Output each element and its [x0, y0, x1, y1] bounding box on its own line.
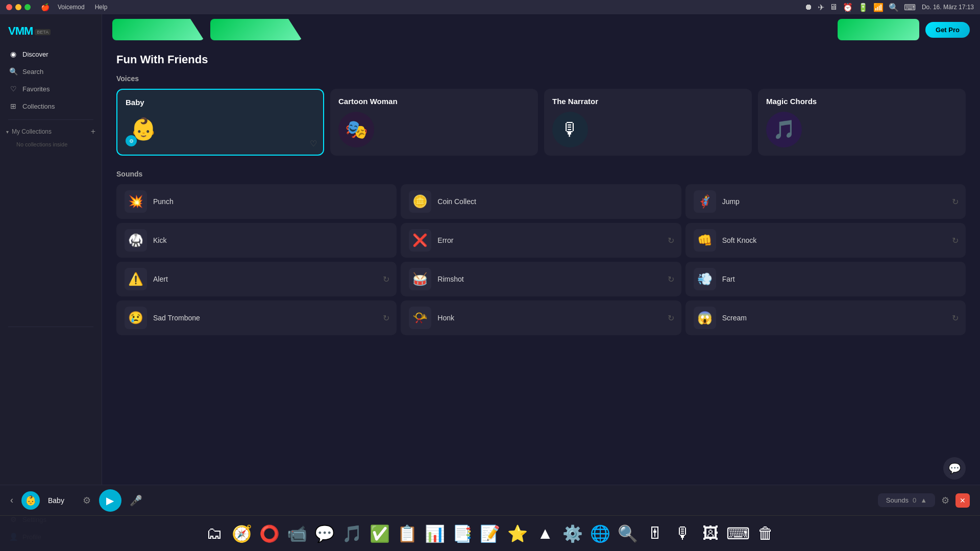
- bottom-mute-button[interactable]: 🎤: [130, 494, 142, 507]
- sounds-grid: 💥 Punch 🪙 Coin Collect 🦸 Jump ↻ 🥋 Kick ❌…: [116, 184, 966, 335]
- sound-icon-fart: 💨: [694, 268, 716, 290]
- sounds-section-label: Sounds: [116, 170, 966, 178]
- dock-item-whatsapp[interactable]: 💬: [312, 521, 337, 546]
- sound-item-jump[interactable]: 🦸 Jump ↻: [685, 184, 966, 219]
- bottom-play-button[interactable]: ▶: [99, 489, 121, 512]
- collections-icon: ⊞: [9, 102, 17, 110]
- dock-item-chrome[interactable]: ⭕: [257, 521, 282, 546]
- sound-name-fart: Fart: [722, 275, 735, 283]
- sound-icon-honk: 📯: [409, 307, 431, 329]
- voice-card-magic-chords[interactable]: Magic Chords 🎵: [758, 89, 966, 156]
- cartoon-woman-icon: 🎭: [338, 112, 374, 147]
- dock-item-drive[interactable]: ▲: [533, 521, 557, 546]
- sounds-expand-icon[interactable]: ▲: [920, 496, 927, 504]
- sound-item-soft-knock[interactable]: 👊 Soft Knock ↻: [685, 223, 966, 258]
- bottom-avatar-emoji: 👶: [25, 495, 36, 506]
- banner-item-3[interactable]: [838, 19, 919, 40]
- logo-text: VMM: [8, 24, 33, 38]
- add-collection-icon[interactable]: +: [91, 127, 95, 136]
- voice-card-narrator[interactable]: The Narrator 🎙: [544, 89, 752, 156]
- dock-item-radar[interactable]: 🔍: [616, 521, 640, 546]
- sound-item-sad-trombone[interactable]: 😢 Sad Trombone ↻: [116, 300, 397, 335]
- sound-download-rimshot[interactable]: ↻: [668, 274, 674, 284]
- baby-favorite-icon[interactable]: ♡: [310, 139, 317, 148]
- sounds-counter-label: Sounds: [886, 496, 909, 504]
- app-container: VMM BETA ◉ Discover 🔍 Search ♡ Favorites…: [0, 14, 980, 551]
- dock-item-powerpoint[interactable]: 📑: [450, 521, 475, 546]
- sidebar-item-search[interactable]: 🔍 Search: [4, 63, 97, 80]
- sidebar: VMM BETA ◉ Discover 🔍 Search ♡ Favorites…: [0, 14, 102, 551]
- sound-icon-kick: 🥋: [125, 229, 147, 252]
- back-button[interactable]: ‹: [10, 495, 13, 506]
- sound-download-error[interactable]: ↻: [668, 236, 674, 245]
- sidebar-label-discover: Discover: [22, 51, 48, 58]
- dock-item-safari[interactable]: 🧭: [230, 521, 254, 546]
- sidebar-label-favorites: Favorites: [22, 85, 50, 93]
- close-window-btn[interactable]: [6, 4, 12, 10]
- sound-download-soft-knock[interactable]: ↻: [952, 236, 959, 245]
- bottom-eq-button[interactable]: ⚙: [83, 495, 91, 506]
- sound-item-alert[interactable]: ⚠️ Alert ↻: [116, 262, 397, 296]
- dock-item-zoom[interactable]: 📹: [285, 521, 309, 546]
- sound-item-honk[interactable]: 📯 Honk ↻: [401, 300, 681, 335]
- apple-icon: 🍎: [41, 3, 50, 11]
- dock-item-finder[interactable]: 🗂: [202, 521, 227, 546]
- sidebar-item-favorites[interactable]: ♡ Favorites: [4, 81, 97, 97]
- help-menu[interactable]: Help: [95, 4, 108, 11]
- dock-item-spotify[interactable]: 🎵: [340, 521, 364, 546]
- dock-item-excel[interactable]: 📊: [423, 521, 447, 546]
- bottom-controls: ⚙ ▶ 🎤: [83, 489, 142, 512]
- dock-item-kbd[interactable]: ⌨: [726, 521, 750, 546]
- sound-item-error[interactable]: ❌ Error ↻: [401, 223, 681, 258]
- banner-item-2[interactable]: [210, 19, 302, 40]
- sound-download-alert[interactable]: ↻: [383, 274, 389, 284]
- sound-download-honk[interactable]: ↻: [668, 313, 674, 323]
- dock-icon-vm: 🎙: [675, 524, 691, 543]
- dock-item-star[interactable]: ⭐: [505, 521, 530, 546]
- app-name: Voicemod: [58, 4, 85, 11]
- minimize-window-btn[interactable]: [15, 4, 21, 10]
- bottom-close-button[interactable]: ✕: [955, 493, 970, 508]
- baby-play-button[interactable]: ⚙: [126, 135, 137, 146]
- chat-float-button[interactable]: 💬: [943, 457, 966, 480]
- sound-download-sad-trombone[interactable]: ↻: [383, 313, 389, 323]
- voice-card-cartoon-woman[interactable]: Cartoon Woman 🎭: [330, 89, 538, 156]
- get-pro-button[interactable]: Get Pro: [925, 22, 970, 38]
- dock-icon-spotify: 🎵: [342, 524, 362, 543]
- dock-item-vm[interactable]: 🎙: [671, 521, 695, 546]
- dock-item-word[interactable]: 📝: [478, 521, 502, 546]
- dock-item-todoist[interactable]: ✅: [368, 521, 392, 546]
- sidebar-item-collections[interactable]: ⊞ Collections: [4, 98, 97, 114]
- sound-icon-alert: ⚠️: [125, 268, 147, 290]
- titlebar-controls: ⏺ ✈ 🖥 ⏰ 🔋 📶 🔍 ⌨: [804, 3, 916, 12]
- maximize-window-btn[interactable]: [24, 4, 31, 10]
- voice-name-narrator: The Narrator: [552, 97, 598, 106]
- sound-item-punch[interactable]: 💥 Punch: [116, 184, 397, 219]
- sound-download-jump[interactable]: ↻: [952, 197, 959, 207]
- sound-download-scream[interactable]: ↻: [952, 313, 959, 323]
- sound-item-kick[interactable]: 🥋 Kick: [116, 223, 397, 258]
- sound-item-rimshot[interactable]: 🥁 Rimshot ↻: [401, 262, 681, 296]
- dock-item-trello[interactable]: 📋: [395, 521, 420, 546]
- my-collections-label: My Collections: [12, 128, 52, 135]
- voice-card-baby[interactable]: Baby 👶 ⚙ ♡: [116, 89, 324, 156]
- sound-item-coin-collect[interactable]: 🪙 Coin Collect: [401, 184, 681, 219]
- bottom-settings-button[interactable]: ⚙: [941, 495, 949, 506]
- banner-item-1[interactable]: [112, 19, 204, 40]
- page-title: Fun With Friends: [116, 53, 966, 66]
- dock-item-trash[interactable]: 🗑: [753, 521, 778, 546]
- dock-icon-star: ⭐: [507, 524, 528, 543]
- sidebar-nav: ◉ Discover 🔍 Search ♡ Favorites ⊞ Collec…: [0, 46, 102, 114]
- my-collections-header[interactable]: ▾ My Collections +: [6, 125, 95, 138]
- dock-item-sound[interactable]: 🎚: [643, 521, 668, 546]
- logo-beta: BETA: [35, 29, 51, 35]
- dock-item-browser2[interactable]: 🌐: [588, 521, 612, 546]
- dock-item-syspref[interactable]: ⚙️: [560, 521, 585, 546]
- sound-item-scream[interactable]: 😱 Scream ↻: [685, 300, 966, 335]
- sound-name-scream: Scream: [722, 314, 747, 322]
- sound-item-fart[interactable]: 💨 Fart: [685, 262, 966, 296]
- dock-icon-safari: 🧭: [232, 524, 252, 543]
- dock-item-preview[interactable]: 🖼: [698, 521, 723, 546]
- sound-icon-sad-trombone: 😢: [125, 307, 147, 329]
- sidebar-item-discover[interactable]: ◉ Discover: [4, 46, 97, 62]
